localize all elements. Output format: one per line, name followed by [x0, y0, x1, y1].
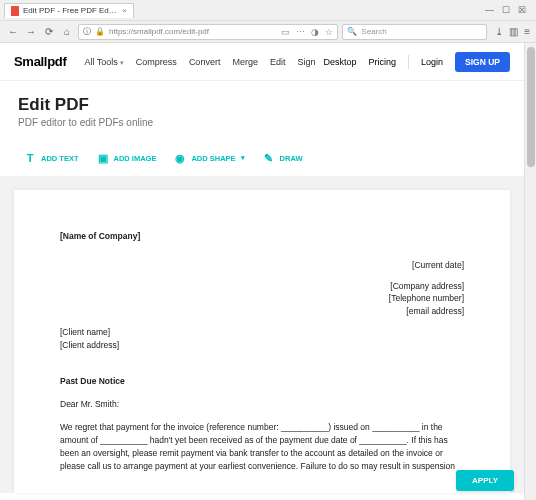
doc-salutation: Dear Mr. Smith: [60, 398, 464, 411]
info-icon[interactable]: ⓘ [83, 26, 91, 37]
text-icon: T [24, 152, 36, 164]
tab-title: Edit PDF - Free PDF Editor Wo… [23, 6, 118, 15]
doc-phone: [Telephone number] [60, 292, 464, 305]
doc-sender-details: [Company address] [Telephone number] [em… [60, 280, 464, 318]
back-button[interactable]: ← [6, 26, 20, 37]
separator [408, 55, 409, 69]
library-icon[interactable]: ▥ [509, 26, 518, 37]
apply-button[interactable]: APPLY [456, 470, 514, 491]
doc-company: [Name of Company] [60, 230, 464, 243]
doc-date: [Current date] [60, 259, 464, 272]
tab-bar: Edit PDF - Free PDF Editor Wo… × — ☐ ☒ [0, 0, 536, 20]
doc-client-address: [Client address] [60, 339, 464, 352]
tab-close-icon[interactable]: × [122, 6, 127, 15]
window-close-icon[interactable]: ☒ [518, 5, 526, 15]
download-icon[interactable]: ⤓ [495, 26, 503, 37]
shield-icon[interactable]: ◑ [311, 27, 319, 37]
lock-icon: 🔒 [95, 27, 105, 36]
editor-toolbar: T ADD TEXT ▣ ADD IMAGE ◉ ADD SHAPE ▾ ✎ D… [0, 134, 524, 176]
menu-compress[interactable]: Compress [136, 57, 177, 67]
menu-all-tools[interactable]: All Tools▾ [85, 57, 124, 67]
page-subtitle: PDF editor to edit PDFs online [18, 117, 506, 128]
forward-button[interactable]: → [24, 26, 38, 37]
doc-address: [Company address] [60, 280, 464, 293]
window-maximize-icon[interactable]: ☐ [502, 5, 510, 15]
canvas-area: [Name of Company] [Current date] [Compan… [0, 176, 524, 493]
window-minimize-icon[interactable]: — [485, 5, 494, 15]
star-icon[interactable]: ☆ [325, 27, 333, 37]
tool-label: ADD IMAGE [114, 154, 157, 163]
url-bar[interactable]: ⓘ 🔒 https://smallpdf.com/edit-pdf ▭ ⋯ ◑ … [78, 24, 338, 40]
chevron-down-icon: ▾ [120, 59, 124, 66]
reload-button[interactable]: ⟳ [42, 26, 56, 37]
main-menu: All Tools▾ Compress Convert Merge Edit S… [85, 57, 316, 67]
doc-email: [email address] [60, 305, 464, 318]
vertical-scrollbar[interactable] [524, 43, 536, 500]
home-button[interactable]: ⌂ [60, 26, 74, 37]
browser-tab[interactable]: Edit PDF - Free PDF Editor Wo… × [4, 3, 134, 18]
search-icon: 🔍 [347, 27, 357, 36]
draw-tool[interactable]: ✎ DRAW [263, 152, 303, 164]
pdf-document[interactable]: [Name of Company] [Current date] [Compan… [14, 190, 510, 493]
scroll-thumb[interactable] [527, 47, 535, 167]
signup-button[interactable]: SIGN UP [455, 52, 510, 72]
tool-label: ADD SHAPE [191, 154, 235, 163]
doc-body: We regret that payment for the invoice (… [60, 421, 464, 474]
page-heading: Edit PDF PDF editor to edit PDFs online [0, 81, 524, 134]
login-link[interactable]: Login [421, 57, 443, 67]
menu-icon[interactable]: ≡ [524, 26, 530, 37]
doc-sender-block: [Current date] [60, 259, 464, 272]
page-title: Edit PDF [18, 95, 506, 115]
search-placeholder: Search [361, 27, 386, 36]
url-text: https://smallpdf.com/edit-pdf [109, 27, 277, 36]
add-text-tool[interactable]: T ADD TEXT [24, 152, 79, 164]
nav-bar: ← → ⟳ ⌂ ⓘ 🔒 https://smallpdf.com/edit-pd… [0, 20, 536, 42]
doc-client-block: [Client name] [Client address] [60, 326, 464, 352]
chevron-down-icon: ▾ [241, 154, 245, 162]
tab-favicon [11, 6, 19, 16]
search-box[interactable]: 🔍 Search [342, 24, 487, 40]
doc-client-name: [Client name] [60, 326, 464, 339]
browser-chrome: Edit PDF - Free PDF Editor Wo… × — ☐ ☒ ←… [0, 0, 536, 43]
desktop-link[interactable]: Desktop [323, 57, 356, 67]
image-icon: ▣ [97, 152, 109, 164]
doc-notice-title: Past Due Notice [60, 375, 464, 388]
pricing-link[interactable]: Pricing [369, 57, 397, 67]
menu-merge[interactable]: Merge [232, 57, 258, 67]
logo[interactable]: Smallpdf [14, 54, 67, 69]
menu-edit[interactable]: Edit [270, 57, 286, 67]
reader-icon[interactable]: ▭ [281, 27, 290, 37]
more-icon[interactable]: ⋯ [296, 27, 305, 37]
add-image-tool[interactable]: ▣ ADD IMAGE [97, 152, 157, 164]
add-shape-tool[interactable]: ◉ ADD SHAPE ▾ [174, 152, 244, 164]
shape-icon: ◉ [174, 152, 186, 164]
tool-label: DRAW [280, 154, 303, 163]
window-controls: — ☐ ☒ [485, 5, 532, 15]
site-header: Smallpdf All Tools▾ Compress Convert Mer… [0, 43, 524, 81]
tool-label: ADD TEXT [41, 154, 79, 163]
menu-convert[interactable]: Convert [189, 57, 221, 67]
menu-sign[interactable]: Sign [297, 57, 315, 67]
viewport: Smallpdf All Tools▾ Compress Convert Mer… [0, 43, 536, 500]
pencil-icon: ✎ [263, 152, 275, 164]
